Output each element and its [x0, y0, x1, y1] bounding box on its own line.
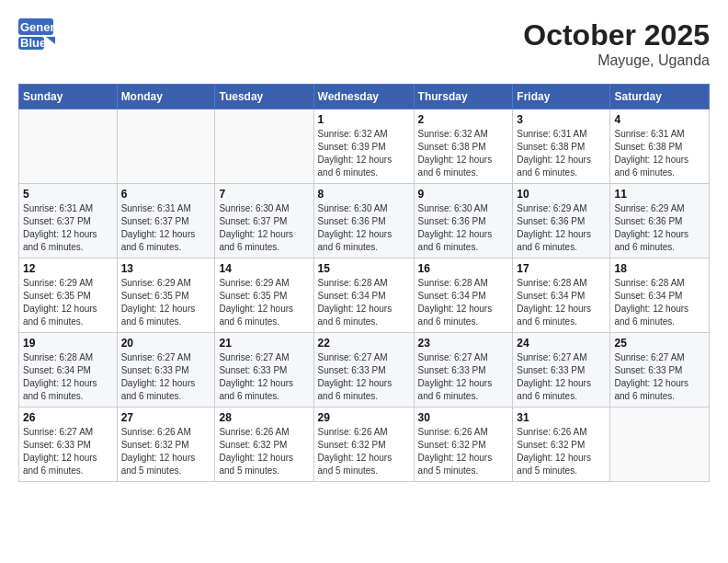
day-number: 29 [318, 411, 410, 424]
day-info: Sunrise: 6:32 AM Sunset: 6:38 PM Dayligh… [418, 128, 509, 179]
day-info: Sunrise: 6:27 AM Sunset: 6:33 PM Dayligh… [418, 351, 509, 403]
calendar-cell: 4Sunrise: 6:31 AM Sunset: 6:38 PM Daylig… [610, 109, 710, 184]
calendar-cell: 23Sunrise: 6:27 AM Sunset: 6:33 PM Dayli… [414, 333, 513, 408]
day-info: Sunrise: 6:29 AM Sunset: 6:36 PM Dayligh… [614, 202, 705, 254]
day-number: 4 [614, 113, 705, 126]
day-info: Sunrise: 6:29 AM Sunset: 6:36 PM Dayligh… [517, 202, 606, 254]
calendar-cell: 10Sunrise: 6:29 AM Sunset: 6:36 PM Dayli… [513, 184, 610, 259]
day-number: 6 [121, 188, 211, 201]
month-title: October 2025 [523, 18, 710, 52]
day-number: 10 [517, 188, 606, 201]
day-header-tuesday: Tuesday [215, 85, 313, 109]
day-number: 26 [23, 411, 113, 424]
day-info: Sunrise: 6:29 AM Sunset: 6:35 PM Dayligh… [23, 277, 113, 328]
day-header-friday: Friday [513, 85, 610, 109]
day-number: 8 [318, 188, 410, 201]
calendar-week-4: 19Sunrise: 6:28 AM Sunset: 6:34 PM Dayli… [19, 333, 710, 408]
day-number: 11 [614, 188, 705, 201]
calendar-table: SundayMondayTuesdayWednesdayThursdayFrid… [18, 84, 710, 482]
day-info: Sunrise: 6:27 AM Sunset: 6:33 PM Dayligh… [318, 351, 410, 403]
day-number: 17 [517, 262, 606, 275]
day-info: Sunrise: 6:30 AM Sunset: 6:37 PM Dayligh… [219, 202, 309, 254]
calendar-cell [117, 109, 215, 184]
day-info: Sunrise: 6:27 AM Sunset: 6:33 PM Dayligh… [517, 351, 606, 403]
day-info: Sunrise: 6:26 AM Sunset: 6:32 PM Dayligh… [418, 426, 509, 477]
calendar-cell: 8Sunrise: 6:30 AM Sunset: 6:36 PM Daylig… [313, 184, 414, 259]
calendar-cell: 28Sunrise: 6:26 AM Sunset: 6:32 PM Dayli… [215, 408, 313, 482]
calendar-cell: 12Sunrise: 6:29 AM Sunset: 6:35 PM Dayli… [19, 259, 118, 333]
day-number: 21 [219, 337, 309, 350]
day-info: Sunrise: 6:30 AM Sunset: 6:36 PM Dayligh… [418, 202, 509, 254]
calendar-week-1: 1Sunrise: 6:32 AM Sunset: 6:39 PM Daylig… [19, 109, 710, 184]
calendar-cell: 11Sunrise: 6:29 AM Sunset: 6:36 PM Dayli… [610, 184, 710, 259]
svg-text:General: General [20, 20, 55, 34]
day-number: 18 [614, 262, 705, 275]
page-header: General Blue October 2025 Mayuge, Uganda [18, 18, 710, 69]
day-header-monday: Monday [117, 85, 215, 109]
day-number: 30 [418, 411, 509, 424]
logo: General Blue [18, 18, 55, 52]
day-info: Sunrise: 6:29 AM Sunset: 6:35 PM Dayligh… [219, 277, 309, 328]
calendar-week-2: 5Sunrise: 6:31 AM Sunset: 6:37 PM Daylig… [19, 184, 710, 259]
svg-marker-4 [46, 37, 55, 44]
svg-text:Blue: Blue [20, 36, 46, 50]
calendar-cell: 7Sunrise: 6:30 AM Sunset: 6:37 PM Daylig… [215, 184, 313, 259]
day-info: Sunrise: 6:27 AM Sunset: 6:33 PM Dayligh… [23, 426, 113, 477]
calendar-cell [215, 109, 313, 184]
calendar-week-5: 26Sunrise: 6:27 AM Sunset: 6:33 PM Dayli… [19, 408, 710, 482]
calendar-cell: 14Sunrise: 6:29 AM Sunset: 6:35 PM Dayli… [215, 259, 313, 333]
calendar-cell: 3Sunrise: 6:31 AM Sunset: 6:38 PM Daylig… [513, 109, 610, 184]
day-info: Sunrise: 6:29 AM Sunset: 6:35 PM Dayligh… [121, 277, 211, 328]
day-info: Sunrise: 6:28 AM Sunset: 6:34 PM Dayligh… [23, 351, 113, 403]
day-info: Sunrise: 6:26 AM Sunset: 6:32 PM Dayligh… [121, 426, 211, 477]
calendar-cell: 30Sunrise: 6:26 AM Sunset: 6:32 PM Dayli… [414, 408, 513, 482]
calendar-cell: 6Sunrise: 6:31 AM Sunset: 6:37 PM Daylig… [117, 184, 215, 259]
calendar-cell: 19Sunrise: 6:28 AM Sunset: 6:34 PM Dayli… [19, 333, 118, 408]
calendar-header-row: SundayMondayTuesdayWednesdayThursdayFrid… [19, 85, 710, 109]
day-header-saturday: Saturday [610, 85, 710, 109]
calendar-cell: 15Sunrise: 6:28 AM Sunset: 6:34 PM Dayli… [313, 259, 414, 333]
day-number: 9 [418, 188, 509, 201]
day-info: Sunrise: 6:26 AM Sunset: 6:32 PM Dayligh… [318, 426, 410, 477]
day-number: 25 [614, 337, 705, 350]
calendar-cell: 26Sunrise: 6:27 AM Sunset: 6:33 PM Dayli… [19, 408, 118, 482]
calendar-cell: 1Sunrise: 6:32 AM Sunset: 6:39 PM Daylig… [313, 109, 414, 184]
day-info: Sunrise: 6:28 AM Sunset: 6:34 PM Dayligh… [318, 277, 410, 328]
day-number: 3 [517, 113, 606, 126]
calendar-cell: 16Sunrise: 6:28 AM Sunset: 6:34 PM Dayli… [414, 259, 513, 333]
logo-icon: General Blue [18, 18, 55, 52]
title-block: October 2025 Mayuge, Uganda [523, 18, 710, 69]
calendar-week-3: 12Sunrise: 6:29 AM Sunset: 6:35 PM Dayli… [19, 259, 710, 333]
day-number: 23 [418, 337, 509, 350]
day-info: Sunrise: 6:32 AM Sunset: 6:39 PM Dayligh… [318, 128, 410, 179]
day-number: 22 [318, 337, 410, 350]
day-number: 28 [219, 411, 309, 424]
calendar-cell [610, 408, 710, 482]
day-info: Sunrise: 6:28 AM Sunset: 6:34 PM Dayligh… [517, 277, 606, 328]
calendar-cell: 13Sunrise: 6:29 AM Sunset: 6:35 PM Dayli… [117, 259, 215, 333]
day-number: 19 [23, 337, 113, 350]
day-number: 12 [23, 262, 113, 275]
day-info: Sunrise: 6:31 AM Sunset: 6:38 PM Dayligh… [517, 128, 606, 179]
calendar-cell: 22Sunrise: 6:27 AM Sunset: 6:33 PM Dayli… [313, 333, 414, 408]
calendar-cell: 24Sunrise: 6:27 AM Sunset: 6:33 PM Dayli… [513, 333, 610, 408]
day-number: 27 [121, 411, 211, 424]
day-info: Sunrise: 6:26 AM Sunset: 6:32 PM Dayligh… [517, 426, 606, 477]
day-info: Sunrise: 6:26 AM Sunset: 6:32 PM Dayligh… [219, 426, 309, 477]
day-info: Sunrise: 6:28 AM Sunset: 6:34 PM Dayligh… [614, 277, 705, 328]
day-number: 24 [517, 337, 606, 350]
day-info: Sunrise: 6:28 AM Sunset: 6:34 PM Dayligh… [418, 277, 509, 328]
calendar-cell: 18Sunrise: 6:28 AM Sunset: 6:34 PM Dayli… [610, 259, 710, 333]
calendar-cell: 25Sunrise: 6:27 AM Sunset: 6:33 PM Dayli… [610, 333, 710, 408]
calendar-cell: 17Sunrise: 6:28 AM Sunset: 6:34 PM Dayli… [513, 259, 610, 333]
day-info: Sunrise: 6:27 AM Sunset: 6:33 PM Dayligh… [121, 351, 211, 403]
calendar-cell: 5Sunrise: 6:31 AM Sunset: 6:37 PM Daylig… [19, 184, 118, 259]
day-info: Sunrise: 6:31 AM Sunset: 6:37 PM Dayligh… [121, 202, 211, 254]
day-number: 15 [318, 262, 410, 275]
day-info: Sunrise: 6:27 AM Sunset: 6:33 PM Dayligh… [219, 351, 309, 403]
day-number: 1 [318, 113, 410, 126]
day-info: Sunrise: 6:27 AM Sunset: 6:33 PM Dayligh… [614, 351, 705, 403]
day-header-thursday: Thursday [414, 85, 513, 109]
day-number: 5 [23, 188, 113, 201]
day-number: 7 [219, 188, 309, 201]
